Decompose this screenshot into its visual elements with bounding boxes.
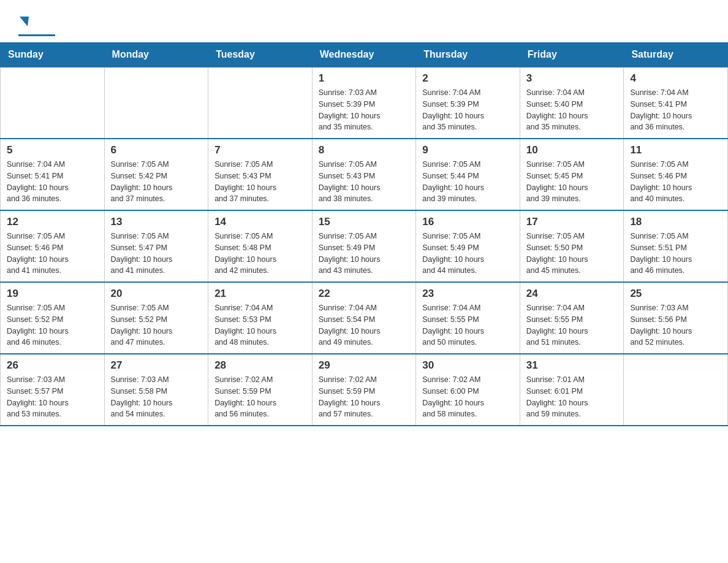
weekday-header-friday: Friday <box>520 43 624 67</box>
calendar-cell: 16Sunrise: 7:05 AM Sunset: 5:49 PM Dayli… <box>416 210 520 282</box>
calendar-cell: 22Sunrise: 7:04 AM Sunset: 5:54 PM Dayli… <box>312 282 416 354</box>
calendar-cell: 21Sunrise: 7:04 AM Sunset: 5:53 PM Dayli… <box>208 282 313 354</box>
day-info: Sunrise: 7:05 AM Sunset: 5:46 PM Dayligh… <box>7 231 98 277</box>
calendar-table: SundayMondayTuesdayWednesdayThursdayFrid… <box>0 42 728 426</box>
calendar-cell: 8Sunrise: 7:05 AM Sunset: 5:43 PM Daylig… <box>312 139 416 210</box>
calendar-cell: 5Sunrise: 7:04 AM Sunset: 5:41 PM Daylig… <box>1 139 105 210</box>
day-info: Sunrise: 7:05 AM Sunset: 5:44 PM Dayligh… <box>422 159 514 205</box>
day-number: 23 <box>422 288 514 300</box>
weekday-header-row: SundayMondayTuesdayWednesdayThursdayFrid… <box>1 43 728 67</box>
calendar-cell <box>624 354 728 426</box>
day-info: Sunrise: 7:04 AM Sunset: 5:40 PM Dayligh… <box>526 87 618 133</box>
day-info: Sunrise: 7:05 AM Sunset: 5:43 PM Dayligh… <box>319 159 410 205</box>
day-number: 27 <box>111 359 202 372</box>
calendar-week-row: 19Sunrise: 7:05 AM Sunset: 5:52 PM Dayli… <box>1 282 728 354</box>
weekday-header-wednesday: Wednesday <box>312 43 416 67</box>
calendar-cell: 15Sunrise: 7:05 AM Sunset: 5:49 PM Dayli… <box>312 210 416 282</box>
day-number: 1 <box>319 72 410 85</box>
logo-text <box>18 12 29 33</box>
calendar-cell: 29Sunrise: 7:02 AM Sunset: 5:59 PM Dayli… <box>312 354 416 426</box>
day-number: 17 <box>526 216 618 228</box>
day-info: Sunrise: 7:02 AM Sunset: 5:59 PM Dayligh… <box>214 374 306 420</box>
day-number: 15 <box>319 216 410 228</box>
calendar-week-row: 12Sunrise: 7:05 AM Sunset: 5:46 PM Dayli… <box>1 210 728 282</box>
day-info: Sunrise: 7:03 AM Sunset: 5:57 PM Dayligh… <box>7 374 98 420</box>
calendar-cell <box>1 67 105 139</box>
day-number: 11 <box>630 144 721 156</box>
weekday-header-sunday: Sunday <box>1 43 105 67</box>
day-info: Sunrise: 7:04 AM Sunset: 5:53 PM Dayligh… <box>214 302 306 348</box>
calendar-week-row: 1Sunrise: 7:03 AM Sunset: 5:39 PM Daylig… <box>1 67 728 139</box>
day-number: 16 <box>422 216 514 228</box>
day-info: Sunrise: 7:05 AM Sunset: 5:52 PM Dayligh… <box>111 302 202 348</box>
day-number: 20 <box>111 288 202 300</box>
day-info: Sunrise: 7:05 AM Sunset: 5:48 PM Dayligh… <box>214 231 306 277</box>
weekday-header-tuesday: Tuesday <box>208 43 313 67</box>
calendar-cell: 14Sunrise: 7:05 AM Sunset: 5:48 PM Dayli… <box>208 210 313 282</box>
day-number: 19 <box>7 288 98 300</box>
day-number: 21 <box>214 288 306 300</box>
day-info: Sunrise: 7:04 AM Sunset: 5:54 PM Dayligh… <box>319 302 410 348</box>
day-number: 13 <box>111 216 202 228</box>
day-info: Sunrise: 7:05 AM Sunset: 5:45 PM Dayligh… <box>526 159 618 205</box>
day-number: 28 <box>214 359 306 372</box>
calendar-cell: 17Sunrise: 7:05 AM Sunset: 5:50 PM Dayli… <box>520 210 624 282</box>
day-info: Sunrise: 7:05 AM Sunset: 5:49 PM Dayligh… <box>422 231 514 277</box>
day-number: 3 <box>526 72 618 85</box>
calendar-cell: 13Sunrise: 7:05 AM Sunset: 5:47 PM Dayli… <box>104 210 208 282</box>
day-number: 25 <box>630 288 721 300</box>
calendar-cell <box>208 67 313 139</box>
calendar-cell: 28Sunrise: 7:02 AM Sunset: 5:59 PM Dayli… <box>208 354 313 426</box>
day-number: 2 <box>422 72 514 85</box>
calendar-cell: 26Sunrise: 7:03 AM Sunset: 5:57 PM Dayli… <box>1 354 105 426</box>
calendar-week-row: 5Sunrise: 7:04 AM Sunset: 5:41 PM Daylig… <box>1 139 728 210</box>
weekday-header-saturday: Saturday <box>624 43 728 67</box>
calendar-cell: 20Sunrise: 7:05 AM Sunset: 5:52 PM Dayli… <box>104 282 208 354</box>
day-number: 31 <box>526 359 618 372</box>
day-info: Sunrise: 7:05 AM Sunset: 5:50 PM Dayligh… <box>526 231 618 277</box>
calendar-cell: 7Sunrise: 7:05 AM Sunset: 5:43 PM Daylig… <box>208 139 313 210</box>
day-info: Sunrise: 7:05 AM Sunset: 5:42 PM Dayligh… <box>111 159 202 205</box>
day-info: Sunrise: 7:01 AM Sunset: 6:01 PM Dayligh… <box>526 374 618 420</box>
day-info: Sunrise: 7:03 AM Sunset: 5:58 PM Dayligh… <box>111 374 202 420</box>
day-info: Sunrise: 7:04 AM Sunset: 5:55 PM Dayligh… <box>422 302 514 348</box>
calendar-cell: 2Sunrise: 7:04 AM Sunset: 5:39 PM Daylig… <box>416 67 520 139</box>
calendar-cell: 3Sunrise: 7:04 AM Sunset: 5:40 PM Daylig… <box>520 67 624 139</box>
day-number: 6 <box>111 144 202 156</box>
weekday-header-thursday: Thursday <box>416 43 520 67</box>
calendar-cell: 23Sunrise: 7:04 AM Sunset: 5:55 PM Dayli… <box>416 282 520 354</box>
day-info: Sunrise: 7:04 AM Sunset: 5:55 PM Dayligh… <box>526 302 618 348</box>
day-info: Sunrise: 7:04 AM Sunset: 5:41 PM Dayligh… <box>7 159 98 205</box>
calendar-cell: 30Sunrise: 7:02 AM Sunset: 6:00 PM Dayli… <box>416 354 520 426</box>
day-number: 5 <box>7 144 98 156</box>
calendar-cell: 10Sunrise: 7:05 AM Sunset: 5:45 PM Dayli… <box>520 139 624 210</box>
day-info: Sunrise: 7:05 AM Sunset: 5:46 PM Dayligh… <box>630 159 721 205</box>
day-info: Sunrise: 7:05 AM Sunset: 5:49 PM Dayligh… <box>319 231 410 277</box>
day-info: Sunrise: 7:05 AM Sunset: 5:43 PM Dayligh… <box>214 159 306 205</box>
calendar-cell: 1Sunrise: 7:03 AM Sunset: 5:39 PM Daylig… <box>312 67 416 139</box>
logo <box>18 12 55 36</box>
day-info: Sunrise: 7:02 AM Sunset: 5:59 PM Dayligh… <box>319 374 410 420</box>
day-number: 4 <box>630 72 721 85</box>
calendar-cell: 31Sunrise: 7:01 AM Sunset: 6:01 PM Dayli… <box>520 354 624 426</box>
day-number: 12 <box>7 216 98 228</box>
calendar-cell: 4Sunrise: 7:04 AM Sunset: 5:41 PM Daylig… <box>624 67 728 139</box>
calendar-cell: 6Sunrise: 7:05 AM Sunset: 5:42 PM Daylig… <box>104 139 208 210</box>
calendar-cell: 12Sunrise: 7:05 AM Sunset: 5:46 PM Dayli… <box>1 210 105 282</box>
calendar-cell: 25Sunrise: 7:03 AM Sunset: 5:56 PM Dayli… <box>624 282 728 354</box>
day-info: Sunrise: 7:03 AM Sunset: 5:56 PM Dayligh… <box>630 302 721 348</box>
day-number: 30 <box>422 359 514 372</box>
day-number: 26 <box>7 359 98 372</box>
day-number: 10 <box>526 144 618 156</box>
calendar-cell <box>104 67 208 139</box>
day-number: 18 <box>630 216 721 228</box>
day-number: 22 <box>319 288 410 300</box>
day-number: 24 <box>526 288 618 300</box>
page-header <box>0 0 728 42</box>
day-info: Sunrise: 7:03 AM Sunset: 5:39 PM Dayligh… <box>319 87 410 133</box>
calendar-cell: 9Sunrise: 7:05 AM Sunset: 5:44 PM Daylig… <box>416 139 520 210</box>
day-info: Sunrise: 7:05 AM Sunset: 5:52 PM Dayligh… <box>7 302 98 348</box>
calendar-cell: 27Sunrise: 7:03 AM Sunset: 5:58 PM Dayli… <box>104 354 208 426</box>
calendar-cell: 19Sunrise: 7:05 AM Sunset: 5:52 PM Dayli… <box>1 282 105 354</box>
day-info: Sunrise: 7:05 AM Sunset: 5:47 PM Dayligh… <box>111 231 202 277</box>
